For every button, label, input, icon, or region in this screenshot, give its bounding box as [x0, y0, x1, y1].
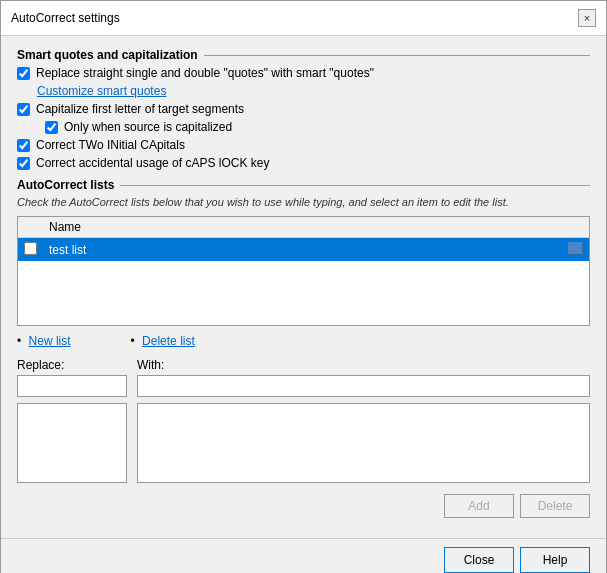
dialog-title: AutoCorrect settings	[11, 11, 120, 25]
table-row-checkbox[interactable]	[24, 242, 37, 255]
capitalize-first-checkbox[interactable]	[17, 103, 30, 116]
correct-caps-label: Correct accidental usage of cAPS lOCK ke…	[36, 156, 269, 170]
dialog-content: Smart quotes and capitalization Replace …	[1, 36, 606, 538]
customize-smart-quotes-link-row: Customize smart quotes	[17, 84, 590, 98]
correct-two-checkbox[interactable]	[17, 139, 30, 152]
correct-two-label: Correct TWo INitial CApitals	[36, 138, 185, 152]
large-textarea-row	[17, 403, 590, 486]
table-row-checkbox-cell	[18, 238, 43, 262]
table-row-icon-cell	[561, 238, 589, 262]
table-row-name: test list	[43, 238, 561, 262]
correct-two-checkbox-row: Correct TWo INitial CApitals	[17, 138, 590, 152]
new-list-link-text: New list	[29, 334, 71, 348]
table-header-row: Name	[18, 217, 589, 238]
smart-quotes-checkbox-row: Replace straight single and double "quot…	[17, 66, 590, 80]
capitalize-first-checkbox-row: Capitalize first letter of target segmen…	[17, 102, 590, 116]
correct-caps-checkbox-row: Correct accidental usage of cAPS lOCK ke…	[17, 156, 590, 170]
instruction-text: Check the AutoCorrect lists below that y…	[17, 196, 590, 208]
large-textarea-left	[17, 403, 127, 486]
replace-group: Replace:	[17, 358, 127, 397]
delete-list-link-text: Delete list	[142, 334, 195, 348]
only-when-source-label: Only when source is capitalized	[64, 120, 232, 134]
large-textarea-right	[137, 403, 590, 486]
only-when-source-checkbox[interactable]	[45, 121, 58, 134]
only-when-source-checkbox-row: Only when source is capitalized	[45, 120, 590, 134]
title-bar: AutoCorrect settings ×	[1, 1, 606, 36]
with-input[interactable]	[137, 375, 590, 397]
list-table: Name test list	[18, 217, 589, 261]
smart-quotes-checkbox[interactable]	[17, 67, 30, 80]
new-list-link[interactable]: • New list	[17, 334, 71, 348]
with-group: With:	[137, 358, 590, 397]
list-table-container: Name test list	[17, 216, 590, 326]
autocorrect-lists-section-header: AutoCorrect lists	[17, 178, 590, 192]
replace-textarea[interactable]	[17, 403, 127, 483]
delete-button[interactable]: Delete	[520, 494, 590, 518]
list-actions: • New list • Delete list	[17, 334, 590, 348]
close-footer-button[interactable]: Close	[444, 547, 514, 573]
smart-quotes-section-header: Smart quotes and capitalization	[17, 48, 590, 62]
smart-quotes-label: Replace straight single and double "quot…	[36, 66, 374, 80]
table-row[interactable]: test list	[18, 238, 589, 262]
add-button[interactable]: Add	[444, 494, 514, 518]
capitalize-first-label: Capitalize first letter of target segmen…	[36, 102, 244, 116]
replace-input[interactable]	[17, 375, 127, 397]
table-header-name: Name	[43, 217, 561, 238]
close-button[interactable]: ×	[578, 9, 596, 27]
replace-with-row: Replace: With:	[17, 358, 590, 397]
replace-label: Replace:	[17, 358, 127, 372]
autocorrect-dialog: AutoCorrect settings × Smart quotes and …	[0, 0, 607, 573]
footer-buttons-row: Close Help	[1, 538, 606, 573]
bottom-buttons-row: Add Delete	[17, 494, 590, 518]
list-icon	[567, 241, 583, 255]
with-label: With:	[137, 358, 590, 372]
help-button[interactable]: Help	[520, 547, 590, 573]
table-header-checkbox-col	[18, 217, 43, 238]
correct-caps-checkbox[interactable]	[17, 157, 30, 170]
with-textarea[interactable]	[137, 403, 590, 483]
table-header-icon-col	[561, 217, 589, 238]
delete-list-link[interactable]: • Delete list	[131, 334, 195, 348]
customize-smart-quotes-link[interactable]: Customize smart quotes	[37, 84, 166, 98]
